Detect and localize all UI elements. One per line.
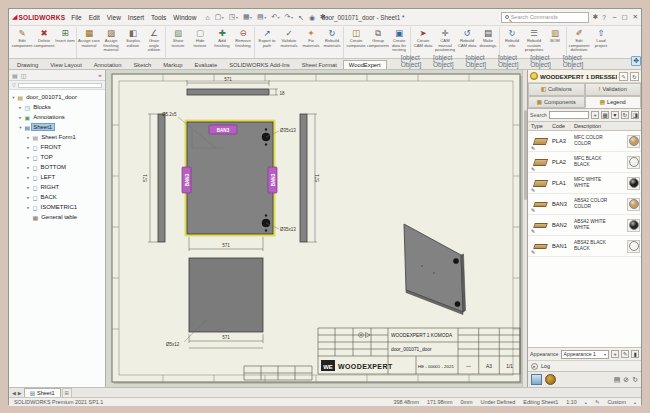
ribbon-button[interactable]: ⊖ Remove finishing: [233, 27, 255, 58]
menu-item[interactable]: File: [71, 14, 81, 21]
legend-toolbar-button[interactable]: ↻: [621, 111, 629, 119]
tree-expand-arrow[interactable]: ▸: [26, 155, 31, 160]
woodexpert-tab[interactable]: ▣ Components: [528, 96, 585, 109]
ribbon-button[interactable]: ✎ Edit component: [11, 27, 33, 58]
panel-bottom-button[interactable]: ⊘: [623, 376, 629, 384]
ribbon-button[interactable]: ✖ Delete component: [33, 27, 55, 58]
chevron-up-icon[interactable]: ▴: [585, 400, 587, 405]
panel-collapse-icon[interactable]: »: [98, 72, 101, 78]
legend-row[interactable]: ✎ PLA2 MFC BLACK BLACK: [528, 152, 641, 173]
view-tool-icon[interactable]: [object Object]: [498, 54, 527, 68]
tree-expand-arrow[interactable]: ▾: [11, 95, 16, 100]
legend-row[interactable]: ✎ BAN1 ABS42 BLACK BLACK: [528, 236, 641, 257]
ribbon-button[interactable]: ↻ Rebuild materials: [322, 27, 344, 58]
appearance-button[interactable]: ✎: [621, 350, 629, 358]
quick-access-icon[interactable]: ◳: [228, 12, 239, 22]
tree-item[interactable]: ▸ ◻ FRONT: [9, 142, 105, 152]
ribbon-button[interactable]: ✓ Validate materials: [278, 27, 300, 58]
appearance-button[interactable]: +: [611, 350, 619, 358]
titlebar-icon[interactable]: ✱: [593, 13, 598, 21]
filter-icon[interactable]: ▽: [12, 82, 16, 88]
edit-material-icon[interactable]: ✎: [531, 207, 535, 213]
legend-toolbar-button[interactable]: +: [591, 111, 599, 119]
feature-manager-tab-icon[interactable]: ▤: [12, 72, 18, 79]
panel-bottom-button[interactable]: ▤: [614, 376, 621, 384]
woodexpert-tab[interactable]: ! Validation: [585, 83, 642, 96]
column-header-type[interactable]: Type: [528, 123, 552, 129]
menu-item[interactable]: Tools: [151, 14, 166, 21]
tree-item[interactable]: ▸ ◻ ISOMETRIC1: [9, 202, 105, 212]
sheet-tab[interactable]: ▤ Sheet1: [24, 388, 61, 397]
search-commands-box[interactable]: Search Commands: [501, 12, 589, 23]
quick-access-icon[interactable]: ▢: [214, 12, 225, 22]
tree-expand-arrow[interactable]: ▸: [26, 205, 31, 210]
ribbon-button[interactable]: ▧ Show texture: [167, 27, 189, 58]
view-tool-icon[interactable]: [object Object]: [530, 54, 559, 68]
tree-expand-arrow[interactable]: ▸: [26, 185, 31, 190]
command-tab[interactable]: SOLIDWORKS Add-Ins: [223, 60, 296, 69]
material-swatch[interactable]: [626, 135, 641, 148]
ribbon-button[interactable]: ▦ Assign core material: [78, 27, 100, 58]
edit-sheet-icon[interactable]: ✎: [595, 399, 600, 405]
view-front[interactable]: [187, 122, 273, 234]
edit-material-icon[interactable]: ✎: [531, 249, 535, 255]
view-tool-icon[interactable]: [object Object]: [433, 54, 462, 68]
tree-item[interactable]: ▸ ◻ LEFT: [9, 172, 105, 182]
drawing-sheet[interactable]: [112, 74, 520, 382]
material-swatch[interactable]: [626, 240, 641, 253]
command-tab[interactable]: Evaluate: [189, 60, 224, 69]
titlebar-icon[interactable]: ?: [602, 14, 606, 21]
tree-item[interactable]: ▸ ▣ Annotations: [9, 112, 105, 122]
material-swatch[interactable]: [626, 177, 641, 190]
panel-bottom-button[interactable]: ↻: [632, 376, 638, 384]
legend-toolbar-button[interactable]: ▦: [601, 111, 609, 119]
graphics-area[interactable]: 571 18 571 571 Ø5.2x5 BAN3 BAN3: [106, 70, 527, 387]
command-tab[interactable]: WoodExpert: [343, 60, 387, 69]
menu-item[interactable]: Edit: [89, 14, 100, 21]
legend-row[interactable]: ✎ BAN2 ABS42 WHITE WHITE: [528, 215, 641, 236]
sheet-nav-next-icon[interactable]: ▶: [18, 390, 22, 396]
panel-header-button[interactable]: ✎: [619, 72, 628, 81]
edit-material-icon[interactable]: ✎: [531, 166, 535, 172]
material-swatch[interactable]: [626, 156, 641, 169]
view-top-edge[interactable]: [187, 89, 269, 95]
column-header-description[interactable]: Description: [574, 123, 641, 129]
tree-expand-arrow[interactable]: ▸: [26, 165, 31, 170]
menu-item[interactable]: View: [107, 14, 121, 21]
tree-expand-arrow[interactable]: ▾: [18, 125, 23, 130]
command-tab[interactable]: Markup: [157, 60, 188, 69]
ribbon-button[interactable]: ◫ Create composite: [345, 27, 367, 58]
tree-expand-arrow[interactable]: ▸: [18, 115, 23, 120]
legend-toolbar-button[interactable]: ♥: [611, 111, 619, 119]
ribbon-button[interactable]: ▢ Hide texture: [189, 27, 211, 58]
feature-manager-tab-icon[interactable]: ◫: [21, 72, 27, 79]
command-tab[interactable]: Drawing: [11, 60, 44, 69]
tree-item[interactable]: ▾ ▤ door_001071_door: [9, 92, 105, 102]
tree-item[interactable]: ▸ ◳ Blocks: [9, 102, 105, 112]
tree-item[interactable]: ▸ ◻ RIGHT: [9, 182, 105, 192]
drawing-canvas[interactable]: 571 18 571 571 Ø5.2x5 BAN3 BAN3: [106, 70, 524, 387]
legend-search-input[interactable]: [549, 111, 589, 119]
sheet-nav-prev-icon[interactable]: ◀: [12, 390, 16, 396]
legend-toolbar-button[interactable]: ◨: [631, 111, 639, 119]
view-tool-icon[interactable]: [object Object]: [465, 54, 494, 68]
add-sheet-button[interactable]: ⊞: [62, 388, 72, 397]
material-swatch[interactable]: [626, 198, 641, 211]
quick-access-icon[interactable]: ▤: [256, 12, 267, 22]
appearance-button[interactable]: ▮: [631, 350, 639, 358]
quick-access-icon[interactable]: ↷: [284, 12, 294, 22]
tree-item[interactable]: ▸ ◻ TOP: [9, 152, 105, 162]
material-swatch[interactable]: [626, 219, 641, 232]
view-left-edge[interactable]: [158, 114, 165, 242]
wood-appearance-icon[interactable]: [545, 374, 556, 385]
edit-material-icon[interactable]: ✎: [531, 187, 535, 193]
command-tab[interactable]: Annotation: [88, 60, 128, 69]
command-tab[interactable]: Sketch: [127, 60, 157, 69]
quick-access-icon[interactable]: ◉: [308, 13, 316, 22]
woodexpert-tab[interactable]: ▤ Legend: [585, 96, 642, 109]
quick-access-icon[interactable]: ↖: [297, 13, 305, 22]
view-bottom[interactable]: [189, 258, 263, 332]
panel-header-button[interactable]: ↻: [630, 72, 639, 81]
window-control-button[interactable]: ▢: [621, 13, 627, 21]
ribbon-button[interactable]: ◧ Surplus edition: [122, 27, 144, 58]
